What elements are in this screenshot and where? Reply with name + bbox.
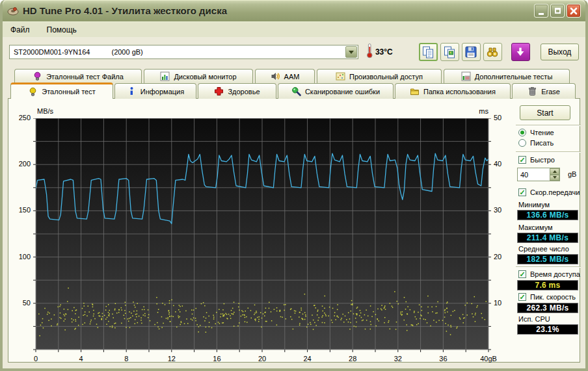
access-time-checkbox[interactable]: ✓ Время доступа <box>518 270 580 278</box>
minimum-value: 136.6 MB/s <box>517 210 578 220</box>
dropdown-button[interactable] <box>345 46 357 58</box>
minimize-button[interactable] <box>534 4 548 18</box>
benchmark-panel: MB/s ms 25020015010050504030201004812162… <box>8 98 580 363</box>
tab-error-scan[interactable]: Сканирование ошибки <box>278 83 394 99</box>
temperature-value: 33°C <box>375 47 393 57</box>
toolbar-buttons <box>419 43 530 61</box>
chevron-down-icon <box>349 51 354 54</box>
random-access-icon <box>336 71 345 81</box>
copy-text-icon <box>421 45 434 58</box>
checkbox-checked-icon: ✓ <box>518 270 526 278</box>
tab-benchmark[interactable]: Эталонный тест <box>10 83 113 99</box>
drive-selector[interactable]: ST2000DM001-9YN164 (2000 gB) <box>9 45 358 59</box>
axis-tick-label: 20 <box>494 253 501 261</box>
axis-tick-label: 40gB <box>474 355 503 363</box>
save-icon <box>464 45 477 58</box>
extra-tests-icon <box>461 71 471 81</box>
drive-capacity: (2000 gB) <box>111 48 142 56</box>
menu-help[interactable]: Помощь <box>46 24 78 36</box>
burst-rate-checkbox[interactable]: ✓ Пик. скорость <box>518 293 576 301</box>
spinner-up-button[interactable] <box>550 168 559 175</box>
write-radio[interactable]: Писать <box>518 139 554 147</box>
burst-rate-value: 262.3 MB/s <box>517 303 578 313</box>
tab-file-benchmark[interactable]: Эталонный тест Файла <box>14 69 142 83</box>
tab-label: Эталонный тест Файла <box>46 73 124 81</box>
tab-info[interactable]: Информация <box>114 83 196 99</box>
copy-image-button[interactable] <box>440 43 459 61</box>
axis-tick-label: 150 <box>8 206 31 214</box>
close-button[interactable] <box>567 4 581 18</box>
tab-label: Эталонный тест <box>42 88 95 96</box>
app-icon <box>7 5 19 17</box>
benchmark-chart: MB/s ms 25020015010050504030201004812162… <box>8 99 511 362</box>
drive-model: ST2000DM001-9YN164 <box>14 48 90 56</box>
app-window: HD Tune Pro 4.01 - Утилита жесткого диск… <box>0 0 588 371</box>
menu-file[interactable]: Файл <box>9 24 31 36</box>
axis-tick-label: 20 <box>248 355 276 363</box>
divider <box>516 266 581 268</box>
checkbox-checked-icon: ✓ <box>518 156 526 164</box>
maximize-button[interactable] <box>550 4 565 18</box>
tab-folder-usage[interactable]: Папка использования <box>395 83 511 99</box>
axis-tick-label: 0 <box>21 355 50 363</box>
transfer-rate-checkbox[interactable]: ✓ Скор.передачи <box>518 188 580 196</box>
tab-label: AAM <box>284 73 300 81</box>
axis-tick-label: 12 <box>157 355 186 363</box>
right-axis-unit: ms <box>465 107 488 115</box>
tab-aam[interactable]: AAM <box>255 69 315 83</box>
tab-label: Erase <box>541 88 560 96</box>
axis-tick-label: 24 <box>293 355 322 363</box>
maximum-value: 211.4 MB/s <box>517 233 578 243</box>
toolbar: ST2000DM001-9YN164 (2000 gB) 33°C <box>3 37 585 67</box>
axis-tick-label: 36 <box>429 355 457 363</box>
radio-selected-icon <box>518 129 526 136</box>
tab-extra-tests[interactable]: Дополнительные тесты <box>444 69 570 83</box>
tab-health[interactable]: Здоровье <box>198 83 276 99</box>
tab-label: Произвольный доступ <box>349 73 423 81</box>
window-controls <box>534 4 581 18</box>
axis-tick-label: 8 <box>112 355 140 363</box>
lamp-purple-icon <box>33 71 42 81</box>
axis-tick-label: 40 <box>494 160 501 168</box>
divider <box>516 125 581 126</box>
tab-random-access[interactable]: Произвольный доступ <box>317 69 442 83</box>
lamp-yellow-icon <box>28 87 38 97</box>
save-button[interactable] <box>462 43 481 61</box>
health-cross-icon <box>214 86 224 96</box>
average-label: Среднее число <box>518 245 569 253</box>
options-button[interactable] <box>483 43 502 61</box>
tab-label: Здоровье <box>228 88 260 96</box>
left-axis-unit: MB/s <box>37 107 53 115</box>
checkbox-checked-icon: ✓ <box>518 188 526 196</box>
axis-tick-label: 50 <box>8 299 31 307</box>
arrow-up-icon <box>553 170 557 173</box>
capacity-unit: gB <box>568 170 576 178</box>
capacity-spinner <box>517 168 560 181</box>
window-title: HD Tune Pro 4.01 - Утилита жесткого диск… <box>23 5 534 16</box>
tab-label: Сканирование ошибки <box>305 88 380 96</box>
binoculars-icon <box>486 45 499 58</box>
checkbox-checked-icon: ✓ <box>518 293 526 301</box>
thermometer-icon <box>366 43 373 61</box>
axis-tick-label: 28 <box>338 355 367 363</box>
divider <box>516 151 581 153</box>
tab-disk-monitor[interactable]: Дисковый монитор <box>144 69 253 83</box>
tab-label: Папка использования <box>423 88 496 96</box>
axis-tick-label: 50 <box>494 114 501 122</box>
speaker-icon <box>271 71 280 81</box>
fast-checkbox[interactable]: ✓ Быстро <box>518 156 555 164</box>
info-icon <box>127 86 137 96</box>
axis-tick-label: 10 <box>494 299 501 307</box>
copy-text-button[interactable] <box>419 43 438 61</box>
tab-erase[interactable]: Erase <box>512 83 576 99</box>
exit-button[interactable]: Выход <box>541 44 579 60</box>
tab-label: Информация <box>140 88 184 96</box>
copy-image-icon <box>443 45 456 58</box>
tab-row-secondary: Эталонный тест Файла Дисковый монитор AA… <box>14 69 585 83</box>
start-button[interactable]: Start <box>520 105 570 120</box>
update-button[interactable] <box>511 43 530 61</box>
axis-tick-label: 16 <box>202 355 231 363</box>
spinner-down-button[interactable] <box>550 175 559 181</box>
capacity-input[interactable] <box>518 168 550 181</box>
read-radio[interactable]: Чтение <box>518 129 554 136</box>
